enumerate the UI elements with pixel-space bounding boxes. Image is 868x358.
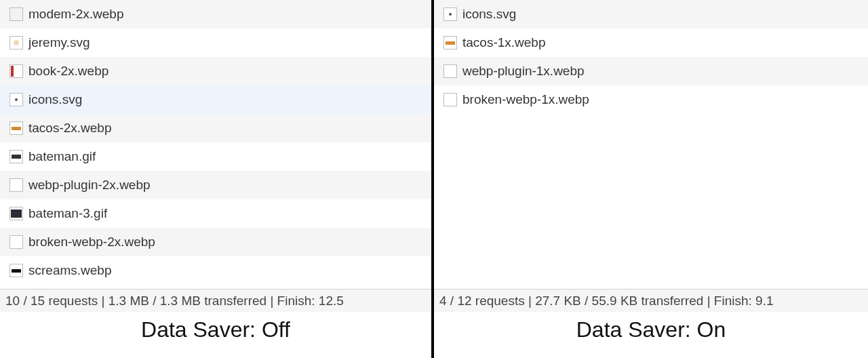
- file-thumbnail-icon: [443, 7, 457, 21]
- file-list-right: icons.svgtacos-1x.webpwebp-plugin-1x.web…: [434, 0, 868, 114]
- file-name: bateman.gif: [28, 149, 96, 164]
- file-thumbnail-icon: [443, 64, 457, 78]
- comparison-container: modem-2x.webpjeremy.svgbook-2x.webpicons…: [0, 0, 868, 358]
- file-row[interactable]: broken-webp-2x.webp: [0, 228, 431, 256]
- caption-left: Data Saver: Off: [0, 312, 431, 358]
- file-row[interactable]: bateman.gif: [0, 142, 431, 171]
- file-thumbnail-icon: [9, 178, 23, 192]
- file-row[interactable]: webp-plugin-1x.webp: [434, 57, 868, 85]
- file-name: tacos-1x.webp: [462, 35, 546, 50]
- file-name: broken-webp-2x.webp: [28, 235, 155, 250]
- file-name: jeremy.svg: [28, 35, 90, 50]
- file-row[interactable]: jeremy.svg: [0, 28, 431, 57]
- file-thumbnail-icon: [9, 121, 23, 135]
- file-row[interactable]: icons.svg: [0, 85, 431, 114]
- file-thumbnail-icon: [9, 264, 23, 277]
- file-row[interactable]: tacos-2x.webp: [0, 114, 431, 142]
- file-thumbnail-icon: [9, 207, 23, 220]
- file-row[interactable]: book-2x.webp: [0, 57, 431, 85]
- caption-right: Data Saver: On: [434, 312, 868, 358]
- file-name: webp-plugin-2x.webp: [28, 178, 151, 193]
- file-thumbnail-icon: [9, 93, 23, 106]
- status-bar-right: 4 / 12 requests | 27.7 KB / 55.9 KB tran…: [434, 289, 868, 312]
- file-row[interactable]: screams.webp: [0, 256, 431, 285]
- status-bar-left: 10 / 15 requests | 1.3 MB / 1.3 MB trans…: [0, 289, 431, 312]
- file-list-left: modem-2x.webpjeremy.svgbook-2x.webpicons…: [0, 0, 431, 285]
- file-row[interactable]: broken-webp-1x.webp: [434, 85, 868, 114]
- file-row[interactable]: webp-plugin-2x.webp: [0, 171, 431, 199]
- file-thumbnail-icon: [9, 150, 23, 163]
- file-name: screams.webp: [28, 263, 112, 278]
- file-name: bateman-3.gif: [28, 206, 107, 221]
- file-name: icons.svg: [462, 7, 516, 22]
- file-row[interactable]: tacos-1x.webp: [434, 28, 868, 57]
- file-thumbnail-icon: [9, 36, 23, 49]
- file-name: icons.svg: [28, 92, 82, 107]
- file-name: tacos-2x.webp: [28, 121, 112, 136]
- file-thumbnail-icon: [9, 64, 23, 78]
- file-row[interactable]: bateman-3.gif: [0, 199, 431, 228]
- panel-data-saver-on: icons.svgtacos-1x.webpwebp-plugin-1x.web…: [434, 0, 868, 358]
- file-name: webp-plugin-1x.webp: [462, 64, 585, 79]
- file-thumbnail-icon: [443, 36, 457, 49]
- file-thumbnail-icon: [9, 7, 23, 21]
- file-thumbnail-icon: [9, 235, 23, 249]
- file-name: book-2x.webp: [28, 64, 108, 79]
- file-row[interactable]: icons.svg: [434, 0, 868, 28]
- file-row[interactable]: modem-2x.webp: [0, 0, 431, 28]
- empty-space: [434, 114, 868, 289]
- panel-data-saver-off: modem-2x.webpjeremy.svgbook-2x.webpicons…: [0, 0, 434, 358]
- file-name: modem-2x.webp: [28, 7, 123, 22]
- file-thumbnail-icon: [443, 93, 457, 106]
- file-name: broken-webp-1x.webp: [462, 92, 589, 107]
